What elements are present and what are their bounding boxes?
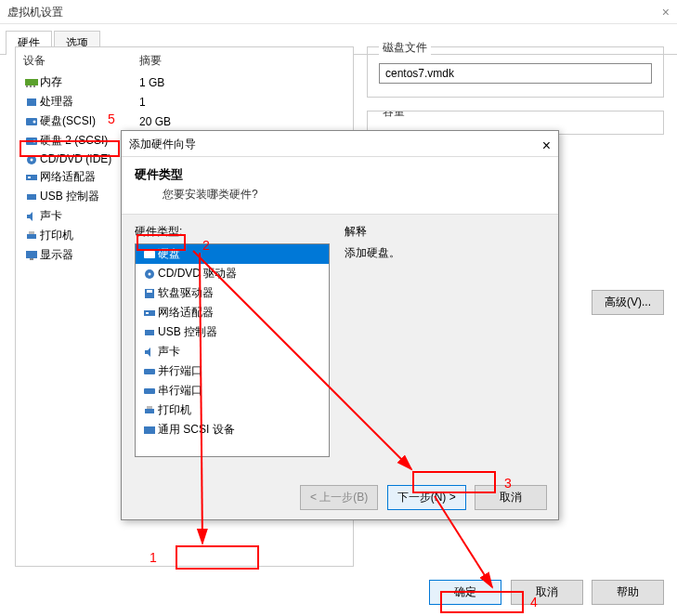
- diskfile-label: 磁盘文件: [379, 40, 431, 56]
- svg-rect-29: [145, 409, 154, 413]
- svg-rect-17: [30, 258, 33, 260]
- hw-item-label: 并行端口: [158, 363, 202, 379]
- device-list-header: 设备 摘要: [16, 47, 353, 72]
- svg-rect-28: [144, 388, 155, 394]
- wizard-heading: 硬件类型: [135, 166, 545, 183]
- device-summary: 1: [139, 96, 146, 109]
- svg-rect-15: [29, 231, 34, 234]
- hw-item[interactable]: CD/DVD 驱动器: [136, 264, 329, 283]
- cd-icon: [23, 152, 40, 165]
- device-name: 处理器: [40, 94, 139, 110]
- hw-item[interactable]: 通用 SCSI 设备: [136, 420, 329, 439]
- svg-point-8: [33, 140, 36, 143]
- hw-item[interactable]: 串行端口: [136, 381, 329, 400]
- hw-item-label: 声卡: [158, 344, 180, 360]
- svg-point-10: [31, 158, 33, 161]
- hw-item[interactable]: 打印机: [136, 400, 329, 420]
- device-row[interactable]: 处理器1: [16, 92, 353, 111]
- floppy-icon: [141, 287, 158, 300]
- hw-item[interactable]: 声卡: [136, 342, 329, 361]
- disk-icon: [23, 135, 40, 148]
- svg-rect-3: [33, 85, 35, 87]
- capacity-label: 容量: [379, 111, 409, 120]
- memory-icon: [23, 76, 40, 89]
- window-title: 虚拟机设置: [7, 6, 63, 19]
- cpu-icon: [23, 96, 40, 109]
- diskfile-group: 磁盘文件 centos7.vmdk: [367, 46, 664, 98]
- svg-rect-24: [144, 310, 155, 316]
- usb-icon: [23, 190, 40, 203]
- hardware-type-list[interactable]: 硬盘CD/DVD 驱动器软盘驱动器网络适配器USB 控制器声卡并行端口串行端口打…: [135, 243, 330, 457]
- device-row[interactable]: 硬盘(SCSI)20 GB: [16, 111, 353, 131]
- hw-item-label: 软盘驱动器: [158, 285, 214, 301]
- net-icon: [141, 307, 158, 320]
- usb-icon: [141, 326, 158, 339]
- hw-item-label: 网络适配器: [158, 305, 214, 321]
- svg-point-19: [151, 254, 154, 256]
- hw-item[interactable]: 并行端口: [136, 361, 329, 381]
- scsi-icon: [141, 424, 158, 437]
- cd-icon: [141, 268, 158, 281]
- hw-item[interactable]: USB 控制器: [136, 322, 329, 342]
- help-button[interactable]: 帮助: [592, 580, 664, 605]
- wizard-next-button[interactable]: 下一步(N) >: [387, 485, 466, 510]
- svg-rect-12: [28, 177, 31, 178]
- hw-item-label: CD/DVD 驱动器: [158, 266, 237, 282]
- svg-rect-23: [147, 290, 152, 293]
- svg-rect-4: [27, 98, 36, 106]
- display-icon: [23, 249, 40, 262]
- svg-rect-13: [27, 194, 36, 200]
- svg-rect-16: [26, 251, 37, 258]
- sound-icon: [23, 210, 40, 223]
- svg-rect-1: [26, 85, 28, 87]
- device-row[interactable]: 内存1 GB: [16, 72, 353, 92]
- wizard-close-icon[interactable]: ×: [542, 133, 551, 159]
- wizard-subheading: 您要安装哪类硬件?: [135, 187, 545, 203]
- svg-rect-14: [27, 234, 36, 239]
- hw-item-label: 打印机: [158, 402, 191, 418]
- svg-rect-30: [147, 406, 152, 409]
- port-icon: [141, 385, 158, 398]
- printer-icon: [23, 229, 40, 242]
- device-name: 硬盘(SCSI): [40, 113, 139, 129]
- hw-item-label: USB 控制器: [158, 324, 217, 340]
- device-summary: 1 GB: [139, 76, 164, 89]
- svg-rect-0: [25, 79, 38, 85]
- hdr-summary: 摘要: [139, 53, 162, 69]
- device-name: 内存: [40, 74, 139, 90]
- advanced-button[interactable]: 高级(V)...: [592, 290, 664, 315]
- svg-point-6: [33, 121, 36, 124]
- svg-rect-25: [146, 312, 149, 314]
- net-icon: [23, 171, 40, 184]
- wizard-back-button: < 上一步(B): [300, 485, 378, 510]
- wizard-footer: < 上一步(B) 下一步(N) > 取消: [294, 485, 547, 510]
- sound-icon: [141, 346, 158, 359]
- wizard-explain: 解释 添加硬盘。: [330, 224, 400, 457]
- explain-text: 添加硬盘。: [345, 245, 400, 261]
- hw-item[interactable]: 硬盘: [136, 244, 329, 264]
- hdr-device: 设备: [23, 53, 139, 69]
- hw-item[interactable]: 网络适配器: [136, 303, 329, 322]
- wizard-cancel-button[interactable]: 取消: [475, 485, 547, 510]
- cancel-button[interactable]: 取消: [511, 580, 583, 605]
- svg-rect-31: [144, 426, 155, 434]
- svg-rect-27: [144, 369, 155, 374]
- diskfile-input[interactable]: centos7.vmdk: [379, 63, 652, 84]
- disk-icon: [23, 115, 40, 128]
- printer-icon: [141, 404, 158, 417]
- hw-item-label: 串行端口: [158, 383, 202, 399]
- titlebar: 虚拟机设置 ×: [0, 0, 677, 24]
- hw-item-label: 硬盘: [158, 246, 180, 262]
- add-hardware-wizard: 添加硬件向导 × 硬件类型 您要安装哪类硬件? 硬件类型: 硬盘CD/DVD 驱…: [121, 130, 559, 520]
- close-icon[interactable]: ×: [662, 0, 670, 24]
- svg-rect-2: [30, 85, 32, 87]
- wizard-body: 硬件类型: 硬盘CD/DVD 驱动器软盘驱动器网络适配器USB 控制器声卡并行端…: [122, 215, 558, 466]
- dialog-buttons: 确定 取消 帮助: [0, 580, 677, 605]
- svg-rect-26: [145, 330, 154, 335]
- advanced-wrap: 高级(V)...: [592, 290, 664, 315]
- ok-button[interactable]: 确定: [429, 580, 501, 605]
- svg-rect-11: [26, 175, 37, 180]
- hw-item[interactable]: 软盘驱动器: [136, 283, 329, 303]
- wizard-banner: 硬件类型 您要安装哪类硬件?: [122, 157, 558, 215]
- wizard-titlebar: 添加硬件向导 ×: [122, 131, 558, 157]
